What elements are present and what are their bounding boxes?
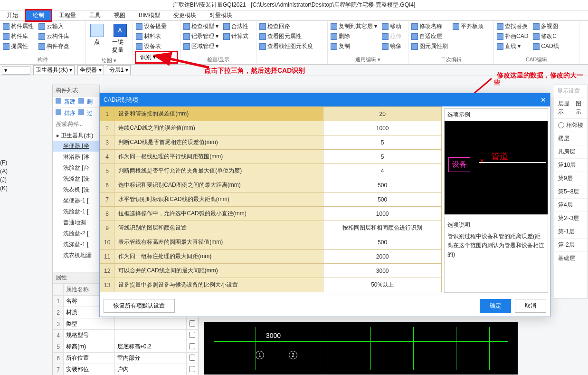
rb-delete[interactable]: 删除 bbox=[330, 32, 378, 41]
table-row[interactable]: 13设备提量中参照设备与候选设备的比例大小设置50%以上 bbox=[100, 278, 442, 292]
menu-quantity[interactable]: 工程量 bbox=[52, 10, 83, 20]
rb-cloud-in[interactable]: 云输入 bbox=[38, 22, 70, 31]
table-row[interactable]: 4规格型号 bbox=[53, 330, 198, 341]
prop-checkbox[interactable] bbox=[189, 355, 195, 361]
rb-copy-other[interactable]: 复制到其它层 ▾ bbox=[330, 22, 378, 31]
rb-adaptive[interactable]: 自适应层 bbox=[410, 32, 449, 41]
menu-change[interactable]: 变更模块 bbox=[167, 10, 203, 20]
list-item[interactable]: 第-1层 bbox=[554, 225, 588, 239]
list-item[interactable]: 洗涤盆-1 [ bbox=[53, 239, 99, 250]
btn-filter[interactable]: 过 bbox=[87, 109, 93, 117]
list-item[interactable]: 楼层 bbox=[554, 132, 588, 145]
rb-component-prop[interactable]: 构件属性 bbox=[2, 22, 35, 31]
list-item[interactable]: 洗衣机地漏 bbox=[53, 250, 99, 261]
rp-radio[interactable] bbox=[558, 122, 564, 128]
rb-cloud-lib[interactable]: 云构件库 bbox=[38, 32, 70, 41]
menu-start[interactable]: 开始 bbox=[0, 10, 25, 20]
list-item[interactable]: 洗脸盆 [台 bbox=[53, 163, 99, 173]
rb-material-list[interactable]: 材料表 bbox=[135, 32, 168, 41]
context-dd1[interactable]: 卫生器具(水) ▾ bbox=[33, 65, 75, 75]
rb-align-top[interactable]: 平齐板顶 bbox=[452, 22, 484, 31]
rb-view-linear-len[interactable]: 查看线性图元长度 bbox=[258, 42, 314, 51]
list-item[interactable]: 第9层 bbox=[554, 172, 588, 185]
table-row[interactable]: 5判断两根线是否平行允许的夹角最大值(单位为度)4 bbox=[100, 164, 442, 178]
context-dd2[interactable]: 坐便器 ▾ bbox=[77, 65, 104, 75]
table-row[interactable]: 9管线识别的图层和颜色设置按相同图层和相同颜色进行识别 bbox=[100, 221, 442, 235]
ok-button[interactable]: 确定 bbox=[480, 299, 511, 313]
table-row[interactable]: 1设备和管连接的误差值(mm)20 bbox=[100, 107, 442, 121]
table-row[interactable]: 3判断CAD线是否首尾相连的误差值(mm)5 bbox=[100, 135, 442, 150]
rb-copy[interactable]: 复制 bbox=[330, 42, 378, 51]
rb-device-qty[interactable]: 设备提量 bbox=[135, 22, 168, 31]
rb-record-mgmt[interactable]: 记录管理 ▾ bbox=[182, 32, 219, 41]
table-row[interactable]: 2连续CAD线之间的误差值(mm)1000 bbox=[100, 121, 442, 135]
rb-check-model[interactable]: 检查模型 ▾ bbox=[182, 22, 219, 31]
cad-view[interactable]: 3000 1 2 bbox=[204, 322, 518, 375]
table-row[interactable]: 10表示管线有标高差的圆圈最大直径值(mm)500 bbox=[100, 235, 442, 250]
menu-compare[interactable]: 对量模块 bbox=[203, 10, 239, 20]
list-item[interactable]: 洗脸盆-1 [ bbox=[53, 206, 99, 217]
list-item[interactable]: 淋浴器 [淋 bbox=[53, 152, 99, 163]
context-dd3[interactable]: 分层1 ▾ bbox=[107, 65, 131, 75]
list-item[interactable]: 基础层 bbox=[554, 252, 588, 265]
rb-supp-cad[interactable]: 补画CAD bbox=[496, 32, 529, 41]
rb-legality[interactable]: 合法性 bbox=[222, 22, 249, 31]
table-row[interactable]: 4作为同一根线处理的平行线间距范围(mm)5 bbox=[100, 150, 442, 164]
rb-find-replace[interactable]: 查找替换 bbox=[496, 22, 529, 31]
rb-rename[interactable]: 修改名称 bbox=[410, 22, 449, 31]
rb-prop-brush[interactable]: 图元属性刷 bbox=[410, 42, 449, 51]
rb-view-elem-prop[interactable]: 查看图元属性 bbox=[258, 32, 314, 41]
list-item[interactable]: 坐便器-1 [ bbox=[53, 195, 99, 206]
prop-checkbox[interactable] bbox=[189, 332, 195, 338]
rb-extract-prop[interactable]: 提属性 bbox=[2, 42, 35, 51]
rb-formula[interactable]: 计算式 bbox=[222, 32, 249, 41]
rg-title-edit[interactable]: 通用编辑 ▾ bbox=[330, 55, 406, 63]
list-item[interactable]: 洗衣机 [洗 bbox=[53, 184, 99, 195]
tree-root[interactable]: ▸ 卫生器具(水) bbox=[53, 131, 99, 141]
rb-recognize-dd[interactable]: 识别 ▾ bbox=[135, 51, 178, 64]
table-row[interactable]: 6所在位置室内部分 bbox=[53, 353, 198, 364]
rb-cad-line[interactable]: CAD线 bbox=[532, 42, 560, 51]
table-row[interactable]: 6选中标识和要识别CAD图例之间的最大距离(mm)500 bbox=[100, 178, 442, 192]
restore-defaults-button[interactable]: 恢复所有项默认设置 bbox=[104, 299, 175, 313]
rb-mirror[interactable]: 镜像 bbox=[381, 42, 402, 51]
rb-save-component[interactable]: 构件存盘 bbox=[38, 42, 70, 51]
list-item[interactable]: 普通地漏 bbox=[53, 217, 99, 228]
context-dd0[interactable]: ▾ bbox=[2, 66, 30, 75]
cancel-button[interactable]: 取消 bbox=[515, 299, 546, 313]
list-item[interactable]: 坐便器 [坐 bbox=[53, 141, 99, 152]
prop-checkbox[interactable] bbox=[189, 320, 195, 327]
list-item[interactable]: 洗脸盆-2 [ bbox=[53, 228, 99, 239]
rb-one-key[interactable]: A一键提量 bbox=[109, 22, 131, 56]
close-icon[interactable]: ✕ bbox=[541, 96, 546, 104]
table-row[interactable]: 11作为同一组标注处理的最大间距(mm)2000 bbox=[100, 250, 442, 264]
table-row[interactable]: 5标高(m)层底标高+0.2 bbox=[53, 341, 198, 353]
btn-del[interactable]: 删 bbox=[87, 98, 93, 106]
btn-sort[interactable]: 排序 bbox=[64, 109, 76, 117]
rb-move[interactable]: 移动 bbox=[381, 22, 402, 31]
rb-device-list[interactable]: 设备表 bbox=[135, 42, 168, 51]
prop-checkbox[interactable] bbox=[189, 366, 195, 372]
list-item[interactable]: 凡房层 bbox=[554, 145, 588, 159]
rg-title-draw[interactable]: 绘图 ▾ bbox=[87, 56, 131, 64]
dialog-titlebar[interactable]: CAD识别选项 ✕ bbox=[100, 93, 550, 106]
menu-view[interactable]: 视图 bbox=[107, 10, 132, 20]
rb-component-lib[interactable]: 构件库 bbox=[2, 32, 35, 41]
table-row[interactable]: 7安装部位户内 bbox=[53, 364, 198, 375]
list-item[interactable]: 第10层 bbox=[554, 159, 588, 172]
menu-draw[interactable]: 绘制 bbox=[25, 9, 52, 22]
rb-line[interactable]: 直线 ▾ bbox=[496, 42, 529, 51]
table-row[interactable]: 3类型 bbox=[53, 318, 198, 330]
table-row[interactable]: 7水平管识别时标识和CAD线的最大距离(mm)500 bbox=[100, 192, 442, 207]
list-item[interactable]: 第5~8层 bbox=[554, 185, 588, 199]
rb-check-loop[interactable]: 检查回路 bbox=[258, 22, 314, 31]
list-item[interactable]: 第-2层 bbox=[554, 239, 588, 252]
menu-bim[interactable]: BIM模型 bbox=[132, 10, 167, 20]
table-row[interactable]: 8拉框选择操作中，允许选中CAD弧的最小直径(mm)1000 bbox=[100, 207, 442, 221]
rb-modify-c[interactable]: 修改C bbox=[532, 32, 560, 41]
table-row[interactable]: 12可以合并的CAD线之间的最大间距(mm)3000 bbox=[100, 264, 442, 278]
rp-tab-layer[interactable]: 层显示 bbox=[558, 100, 570, 116]
btn-new[interactable]: 新建 bbox=[64, 98, 76, 106]
list-item[interactable]: 第2~3层 bbox=[554, 212, 588, 225]
menu-tool[interactable]: 工具 bbox=[83, 10, 107, 20]
